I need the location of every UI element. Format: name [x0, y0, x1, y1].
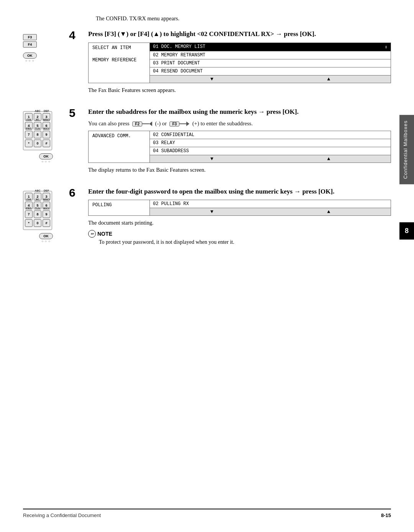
ok-key-step4[interactable]: OK — [23, 53, 37, 59]
step4-body: Press [F3] (▼) or [F4] (▲) to highlight … — [88, 30, 391, 95]
step5-row1: 02 CONFIDENTIAL — [150, 131, 391, 139]
step5-number-col: 5 — [69, 107, 88, 119]
f3-inline-key[interactable]: F3 — [169, 122, 179, 126]
key-4-top: GHI — [26, 118, 31, 121]
step6-number: 6 — [69, 187, 88, 199]
f4-key[interactable]: F4 — [23, 41, 37, 48]
note-text: To protect your password, it is not disp… — [99, 239, 391, 245]
step6-key-hash[interactable]: # — [43, 219, 50, 227]
step5-key-row4: * 0 # — [25, 140, 50, 147]
key-9[interactable]: WXY9 — [43, 131, 50, 138]
f2-line — [142, 123, 149, 124]
step6-screen-left: POLLING — [92, 202, 146, 208]
step5-after-text: The display returns to the Fax Basic Fea… — [88, 167, 391, 173]
bottom-right-text: 8-15 — [381, 512, 391, 518]
step4-after-text: The Fax Basic Features screen appears. — [88, 87, 391, 94]
step6-arrow-row: ▼ ▲ — [150, 208, 391, 216]
step6-key-row3: PRS7 TUV8 WXY9 — [25, 210, 50, 218]
bottom-left-text: Receiving a Confidential Document — [23, 512, 101, 518]
key-star[interactable]: * — [25, 140, 33, 147]
step5-block: 1 ABC2 DEF3 GHI4 J — [23, 107, 391, 175]
step5-screen-left: ADVANCED COMM. — [92, 133, 146, 139]
step5-row3: 04 SUBADDRESS — [150, 147, 391, 155]
f3-key[interactable]: F3 — [23, 34, 37, 40]
step4-screen-left1: SELECT AN ITEM — [92, 45, 146, 51]
note-label: NOTE — [97, 231, 112, 237]
step5-instr-end: (+) to enter the subaddress. — [192, 120, 253, 126]
step4-screen-left2: MEMORY REFERENCE — [92, 57, 146, 63]
step5-arrow-row: ▼ ▲ — [150, 155, 391, 163]
f2-arrow — [149, 122, 152, 126]
step5-keypad: 1 ABC2 DEF3 GHI4 J — [23, 111, 52, 150]
step4-row2: 02 MEMORY RETRANSMT — [150, 51, 391, 59]
step6-key-9-top: WXY — [43, 207, 49, 210]
step6-key-star[interactable]: * — [25, 219, 33, 227]
step4-screen: SELECT AN ITEM MEMORY REFERENCE 01 DOC. … — [88, 43, 391, 83]
step4-number: 4 — [69, 30, 88, 41]
step4-up-arrow: ▲ — [272, 76, 386, 82]
key-5-top: JKL — [35, 118, 40, 121]
f3-line — [179, 123, 186, 124]
step6-key-9[interactable]: WXY9 — [43, 210, 50, 218]
step6-key-7[interactable]: PRS7 — [25, 210, 33, 218]
side-tab: Confidential Mailboxes — [399, 115, 414, 184]
step4-arrow-row: ▼ ▲ — [150, 75, 391, 83]
step4-down-arrow: ▼ — [155, 76, 269, 82]
step6-key-8-top: TUV — [35, 207, 40, 210]
step5-f2-wrap: F2 — [132, 122, 152, 126]
step5-body: Enter the subaddress for the mailbox usi… — [88, 107, 391, 175]
ok-dots-step5: ○ ○ ○ — [23, 160, 69, 163]
step6-body: Enter the four-digit password to open th… — [88, 187, 391, 246]
step5-f3-wrap: F3 — [169, 122, 189, 126]
step5-key-row3: PRS7 TUV8 WXY9 — [25, 131, 50, 138]
ok-dots-step4: ○ ○ ○ — [23, 59, 37, 62]
step4-fkeys: F3 F4 OK ○ ○ ○ — [23, 34, 69, 62]
step6-key-0[interactable]: 0 — [34, 219, 41, 227]
step5-instr-before: You can also press — [88, 120, 130, 126]
step6-key-5-top: JKL — [35, 198, 40, 201]
step4-number-col: 4 — [69, 30, 88, 41]
step6-key-3-top: DEF — [44, 189, 49, 192]
step6-row1: 02 PULLING RX — [150, 200, 391, 208]
step5-screen: ADVANCED COMM. 02 CONFIDENTIAL 03 RELAY … — [88, 131, 391, 163]
f3-arrow — [186, 122, 189, 126]
step5-instruction: You can also press F2 (-) or F3 (+) to e… — [88, 120, 391, 127]
key-7-top: PRS — [26, 127, 31, 130]
step6-block: 1 ABC2 DEF3 GHI4 J — [23, 187, 391, 246]
key-8[interactable]: TUV8 — [34, 131, 41, 138]
step6-screen: POLLING 02 PULLING RX ▼ ▲ — [88, 200, 391, 216]
step6-title: Enter the four-digit password to open th… — [88, 187, 391, 196]
ok-key-step6[interactable]: OK — [39, 233, 53, 239]
section-tab: 8 — [399, 222, 414, 240]
step5-title: Enter the subaddress for the mailbox usi… — [88, 107, 391, 117]
key-hash[interactable]: # — [43, 140, 50, 147]
step4-row1: 01 DOC. MEMORY LIST ⇕ — [150, 43, 391, 51]
step6-after-text: The document starts printing. — [88, 220, 391, 226]
ok-dots-step6: ○ ○ ○ — [23, 240, 69, 243]
key-8-top: TUV — [35, 127, 40, 130]
intro-text: The CONFID. TX/RX menu appears. — [96, 15, 391, 22]
note-icon: ✏ — [88, 230, 96, 238]
step5-row2: 03 RELAY — [150, 139, 391, 147]
step4-title: Press [F3] (▼) or [F4] (▲) to highlight … — [88, 30, 391, 39]
step4-row4: 04 RESEND DOCUMENT — [150, 67, 391, 75]
step4-row3: 03 PRINT DOCUMENT — [150, 59, 391, 67]
ok-key-step5[interactable]: OK — [39, 153, 53, 159]
step5-instr-mid: (-) or — [155, 120, 167, 126]
step5-icon-col: 1 ABC2 DEF3 GHI4 J — [23, 107, 69, 163]
key-7[interactable]: PRS7 — [25, 131, 33, 138]
key-9-top: WXY — [43, 127, 49, 130]
step6-key-8[interactable]: TUV8 — [34, 210, 41, 218]
step6-key-2-top: ABC — [34, 189, 40, 192]
step6-key-row4: * 0 # — [25, 219, 50, 227]
step6-icon-col: 1 ABC2 DEF3 GHI4 J — [23, 187, 69, 243]
f2-inline-key[interactable]: F2 — [132, 122, 142, 126]
step5-down-arrow: ▼ — [155, 156, 269, 162]
step5-number: 5 — [69, 107, 88, 119]
step5-up-arrow: ▲ — [272, 156, 386, 162]
key-0[interactable]: 0 — [34, 140, 41, 147]
step6-number-col: 6 — [69, 187, 88, 199]
note-section: ✏ NOTE To protect your password, it is n… — [88, 230, 391, 245]
step6-up-arrow: ▲ — [272, 209, 386, 215]
key-3-top: DEF — [44, 110, 49, 112]
